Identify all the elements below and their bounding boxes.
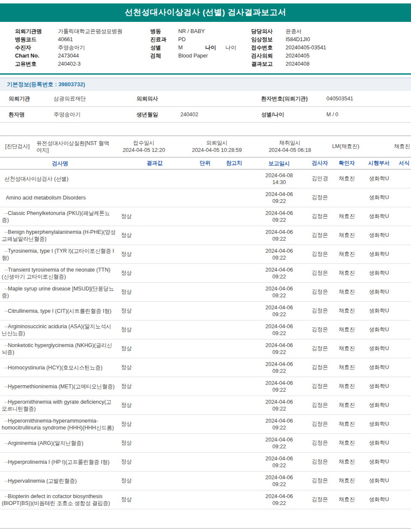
tester-name: 김정은 [307,194,333,201]
table-row: ··Hyperornithinemia with gyrate deficien… [0,396,411,415]
tester-name: 김정은 [307,496,333,503]
test-name: ··Maple syrup urine disease [MSUD](단풍당뇨증… [0,285,116,299]
report-datetime: 2024-04-06 09:22 [251,493,307,507]
verifier-name: 채효진 [333,364,361,371]
department-name: 생화학U [361,458,397,466]
department-name: 생화학U [361,326,397,333]
info-label: 결과보고 [251,60,286,68]
report-datetime: 2024-04-06 09:22 [251,248,307,261]
table-row: ··Homocystinuria (HCY)(호모시스틴뇨증) 정상 2024-… [0,358,411,377]
info-row: 검사의뢰20240405 [251,52,411,60]
column-header-verifier: 확인자 [333,160,361,167]
column-header-tester: 검사자 [307,160,333,167]
info-row: 접수번호20240405-03541 [251,44,411,52]
table-row: ··Hyperornithinemia-hyperammonemia-homoc… [0,415,411,434]
header-info: 의뢰기관명가톨릭대학교은평성모병원병원코드40661수진자주영송아기Chart … [0,22,411,75]
collector: LM(채효진) [322,143,369,150]
tester-name: 김정은 [307,458,333,466]
tester-name: 김정은 [307,213,333,220]
verifier-name: 채효진 [333,326,361,333]
results-header-row: 검사명결과값단위참고치보고일시검사자확인자시행부서서식 [0,157,411,169]
basic-info-heading: 기본정보(등록번호 : 39803732) [0,78,411,91]
table-row: ··Benign hyperphenylalaninemia (H-PHE)(양… [0,226,411,245]
test-name: ··Biopterin defect in cofactor biosynthe… [0,493,116,507]
info-label: 성별 [150,44,178,52]
test-result: 정상 [116,383,193,390]
report-datetime: 2024-04-06 09:22 [251,229,307,242]
info-row: 성별M나이나이 [150,44,251,52]
report-datetime: 2024-04-06 09:22 [251,342,307,356]
column-header-unit: 단위 [193,160,217,167]
test-name: ··Hypervalinemia (고발린혈증) [0,478,116,484]
info-value: 20240405-03541 [286,44,326,52]
test-name: ··Tyrosinemia, type I (TYR I)(고타이로신혈증 I형… [0,248,116,261]
test-result: 정상 [116,458,193,466]
info-value: 윤종서 [286,27,302,36]
verifier-name: 채효진 [333,175,361,182]
department-name: 생화학U [361,364,397,371]
info-row: 수진자주영송아기 [15,44,150,52]
test-name: ··Transient tyrosinemia of the neonate (… [0,266,116,280]
verifier-name: 채효진 [333,420,361,428]
column-header-name: 검사명 [0,160,116,167]
tester-name: 김정은 [307,383,333,390]
verifier-name: 채효진 [333,213,361,220]
verifier-name: 채효진 [333,232,361,239]
exam-name: 유전성대사이상질환[NST 혈액여지] [37,140,112,154]
table-row: ··Biopterin defect in cofactor biosynthe… [0,490,411,509]
info-label: Chart No. [15,52,58,60]
department-name: 생화학U [361,232,397,239]
report-datetime: 2024-04-06 09:22 [251,455,307,469]
info-label: 진료과 [150,36,178,44]
test-name: ··Argininosuccinic aciduria (ASA)(알지노석시닌… [0,323,116,337]
table-row: ··Classic Phenylketonuria (PKU)(페닐케톤뇨증) … [0,207,411,226]
info-row: 고유번호240402-3 [15,60,150,68]
basic-info-label: 의뢰기관 [0,95,54,103]
test-result: 정상 [116,420,193,428]
basic-info-value: M / 0 [326,112,411,118]
info-value: M [178,44,205,52]
header-info-middle: 병동NR / BABY진료과PD성별M나이나이검체Blood Paper [150,27,251,68]
report-datetime: 2024-04-06 09:22 [251,285,307,299]
info-row: Chart No.2473044 [15,52,150,60]
info-row: 검체Blood Paper [150,52,251,60]
test-name: ··Homocystinuria (HCY)(호모시스틴뇨증) [0,364,116,371]
tester-name: 김정은 [307,345,333,352]
collection-datetime-value: 2024-04-05 06:18 [258,147,322,154]
info-value: PD [178,36,186,44]
basic-info-label: 의뢰의사 [137,95,180,103]
column-header-reported: 보고일시 [251,160,307,167]
report-datetime: 2024-04-06 09:22 [251,474,307,488]
info-value: 240402-3 [58,60,81,68]
tester-name: 김정은 [307,420,333,428]
test-result: 정상 [116,269,193,277]
table-row: ··Nonketotic hyperglycinemia (NKHG)(글리신뇌… [0,339,411,358]
test-result: 정상 [116,364,193,371]
tester-name: 김정은 [307,364,333,371]
receipt-datetime-label: 접수일시 [112,139,176,147]
table-row: 선천성대사이상검사 (선별) 2024-04-08 14:30 김민경 채효진 … [0,169,411,188]
report-page: 선천성대사이상검사 (선별) 검사결과보고서 의뢰기관명가톨릭대학교은평성모병원… [0,0,411,532]
info-value: 40661 [58,36,73,44]
test-result: 정상 [116,402,193,409]
info-value: 주영송아기 [58,44,85,52]
table-row: ··Transient tyrosinemia of the neonate (… [0,264,411,283]
collection-datetime-label: 채취일시 [258,139,322,147]
basic-info-row: 의뢰기관삼광의료재단의뢰의사환자번호(의뢰기관)040503541 [0,91,411,107]
column-header-result: 결과값 [116,160,193,167]
tester-name: 김정은 [307,439,333,447]
basic-info-value: 삼광의료재단 [54,95,137,103]
info-row: 담당의사윤종서 [251,27,411,36]
info-label: 의뢰기관명 [15,27,58,36]
info-label: 나이 [205,44,225,52]
verifier-name: 채효진 [333,251,361,258]
test-result: 정상 [116,326,193,333]
column-header-form: 서식 [397,160,411,167]
tester-name: 김정은 [307,288,333,296]
info-label: 수진자 [15,44,58,52]
info-label: 검체 [150,52,178,60]
test-result: 정상 [116,477,193,484]
test-name: ··Hyperornithinemia-hyperammonemia-homoc… [0,417,116,431]
verifier-name: 채효진 [333,477,361,484]
basic-info-table: 의뢰기관삼광의료재단의뢰의사환자번호(의뢰기관)040503541환자명주영송아… [0,91,411,123]
